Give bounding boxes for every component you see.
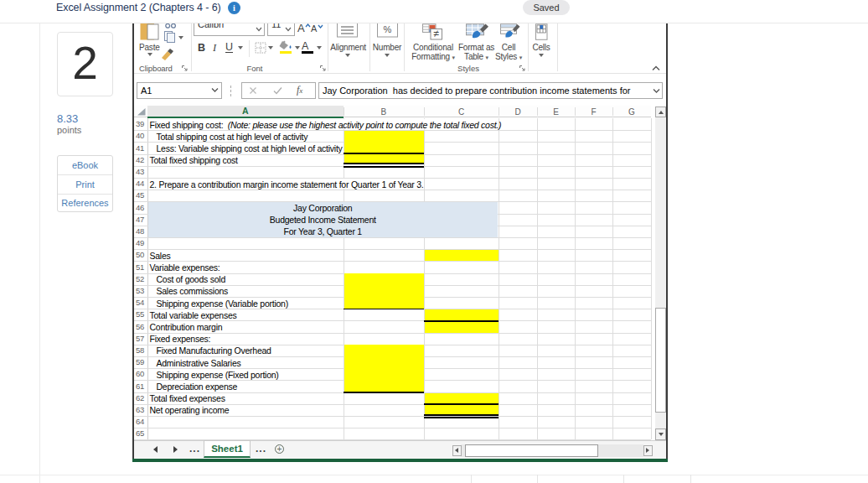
svg-text:%: % (384, 24, 392, 34)
svg-text:≠: ≠ (434, 28, 440, 39)
